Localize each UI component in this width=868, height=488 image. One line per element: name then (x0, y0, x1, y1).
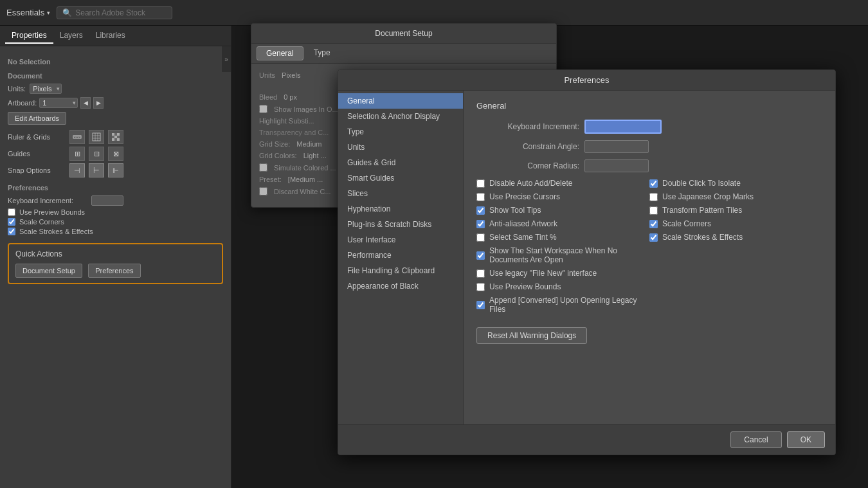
simulate-colored-label: Simulate Colored ... (274, 164, 336, 172)
keyboard-increment-label: Keyboard Increment: (8, 197, 91, 204)
prefs-ok-button[interactable]: OK (787, 431, 825, 448)
units-select-wrapper: Pixels (30, 84, 62, 94)
snap-options-label: Snap Options (8, 167, 66, 174)
guides-lock-btn[interactable]: ⊟ (89, 147, 104, 161)
prefs-item-performance[interactable]: Performance (338, 248, 463, 263)
check-use-precise: Use Precise Cursors (476, 192, 649, 201)
prefs-use-preview-bounds-label: Use Preview Bounds (489, 282, 561, 291)
doc-tab-general[interactable]: General (257, 46, 303, 60)
svg-rect-16 (117, 138, 120, 141)
doc-setup-title: Document Setup (251, 24, 556, 44)
scale-corners-row: Scale Corners (8, 218, 223, 226)
doc-tab-type[interactable]: Type (305, 46, 339, 60)
prefs-item-slices[interactable]: Slices (338, 186, 463, 201)
prefs-constrain-angle-input[interactable]: 0° (584, 140, 649, 153)
use-precise-cursors-label: Use Precise Cursors (489, 192, 560, 201)
reset-warning-dialogs-button[interactable]: Reset All Warning Dialogs (476, 327, 587, 344)
doc-units-value: Pixels (282, 71, 300, 79)
simulate-colored-checkbox[interactable] (259, 163, 267, 172)
prefs-item-units[interactable]: Units (338, 140, 463, 155)
japanese-crop-marks-label: Use Japanese Crop Marks (662, 192, 754, 201)
collapse-handle[interactable]: » (222, 46, 231, 72)
document-setup-quick-button[interactable]: Document Setup (15, 264, 82, 278)
prefs-keyboard-increment-label: Keyboard Increment: (476, 122, 579, 131)
show-start-workspace-checkbox[interactable] (476, 251, 485, 260)
prefs-cancel-button[interactable]: Cancel (730, 431, 781, 448)
anti-aliased-checkbox[interactable] (476, 220, 485, 228)
tab-libraries[interactable]: Libraries (89, 28, 132, 44)
show-tool-tips-checkbox[interactable] (476, 206, 485, 215)
chevron-down-icon: ▾ (47, 10, 50, 16)
use-legacy-checkbox[interactable] (476, 269, 485, 278)
prefs-keyboard-increment-row: Keyboard Increment: 1.000008 px (476, 120, 822, 134)
prefs-sidebar: General Selection & Anchor Display Type … (338, 91, 464, 424)
transparency-grid-icon-btn[interactable] (108, 130, 123, 144)
append-converted-checkbox[interactable] (476, 301, 485, 309)
prefs-item-user-interface[interactable]: User Interface (338, 232, 463, 248)
prefs-modal-body: General Selection & Anchor Display Type … (338, 91, 835, 424)
use-precise-cursors-checkbox[interactable] (476, 193, 485, 201)
prefs-corner-radius-input[interactable]: 12 px (584, 159, 649, 172)
tab-properties[interactable]: Properties (5, 28, 53, 44)
prefs-scale-corners-checkbox[interactable] (649, 220, 658, 228)
svg-rect-12 (112, 133, 114, 136)
transform-pattern-tiles-checkbox[interactable] (649, 206, 658, 215)
artboard-select[interactable]: 1 (39, 98, 78, 108)
prefs-use-preview-bounds-checkbox[interactable] (476, 283, 485, 291)
prefs-main: General Keyboard Increment: 1.000008 px … (464, 91, 835, 424)
prefs-keyboard-increment-input[interactable]: 1.000008 px (584, 120, 662, 134)
search-icon: 🔍 (62, 8, 72, 17)
prefs-item-selection-anchor[interactable]: Selection & Anchor Display (338, 109, 463, 124)
guides-clear-btn[interactable]: ⊠ (108, 147, 123, 161)
artboard-next-btn[interactable]: ▶ (93, 97, 104, 109)
doc-units-label: Units (259, 71, 275, 79)
search-input[interactable] (75, 8, 165, 17)
keyboard-increment-input[interactable]: 1 px (91, 195, 123, 206)
prefs-item-plugins[interactable]: Plug-ins & Scratch Disks (338, 217, 463, 232)
scale-strokes-row: Scale Strokes & Effects (8, 228, 223, 235)
prefs-item-guides-grid[interactable]: Guides & Grid (338, 155, 463, 170)
edit-artboards-button[interactable]: Edit Artboards (8, 112, 66, 125)
check-transform-pattern: Transform Pattern Tiles (649, 206, 822, 215)
prefs-item-type[interactable]: Type (338, 124, 463, 140)
snap-btn-2[interactable]: ⊢ (89, 163, 104, 177)
guides-show-btn[interactable]: ⊞ (69, 147, 85, 161)
essentials-button[interactable]: Essentials ▾ (6, 8, 50, 17)
prefs-scale-strokes-label: Scale Strokes & Effects (662, 233, 743, 242)
double-click-isolate-checkbox[interactable] (649, 179, 658, 188)
artboard-prev-btn[interactable]: ◀ (80, 97, 91, 109)
ruler-icon-btn[interactable] (69, 130, 85, 144)
grid-icon-btn[interactable] (89, 130, 104, 144)
disable-auto-checkbox[interactable] (476, 179, 485, 188)
show-tool-tips-label: Show Tool Tips (489, 206, 541, 215)
units-select[interactable]: Pixels (30, 84, 62, 94)
check-show-tool-tips: Show Tool Tips (476, 206, 649, 215)
preset-label: Preset: (259, 176, 282, 183)
prefs-item-appearance[interactable]: Appearance of Black (338, 278, 463, 294)
check-append-converted: Append [Converted] Upon Opening Legacy F… (476, 296, 649, 314)
preferences-quick-button[interactable]: Preferences (88, 264, 140, 278)
prefs-item-general[interactable]: General (338, 93, 463, 109)
select-same-tint-checkbox[interactable] (476, 233, 485, 242)
japanese-crop-marks-checkbox[interactable] (649, 193, 658, 201)
show-images-checkbox[interactable] (259, 105, 267, 113)
prefs-item-hyphenation[interactable]: Hyphenation (338, 201, 463, 217)
grid-size-label: Grid Size: (259, 140, 290, 148)
document-section-title: Document (8, 72, 223, 80)
artboard-label: Artboard: (8, 99, 37, 107)
snap-btn-3[interactable]: ⊩ (108, 163, 123, 177)
scale-corners-checkbox[interactable] (8, 218, 15, 226)
units-row: Units: Pixels (8, 84, 223, 94)
top-bar: Essentials ▾ 🔍 (0, 0, 868, 26)
prefs-item-smart-guides[interactable]: Smart Guides (338, 170, 463, 186)
prefs-item-file-handling[interactable]: File Handling & Clipboard (338, 263, 463, 278)
prefs-corner-radius-row: Corner Radius: 12 px (476, 159, 822, 172)
discard-white-checkbox[interactable] (259, 187, 267, 195)
tab-layers[interactable]: Layers (53, 28, 89, 44)
snap-btn-1[interactable]: ⊣ (69, 163, 85, 177)
use-preview-bounds-checkbox[interactable] (8, 208, 15, 216)
check-double-click: Double Click To Isolate (649, 179, 822, 188)
double-click-isolate-label: Double Click To Isolate (662, 179, 741, 188)
prefs-scale-strokes-checkbox[interactable] (649, 233, 658, 242)
scale-strokes-checkbox[interactable] (8, 228, 15, 235)
